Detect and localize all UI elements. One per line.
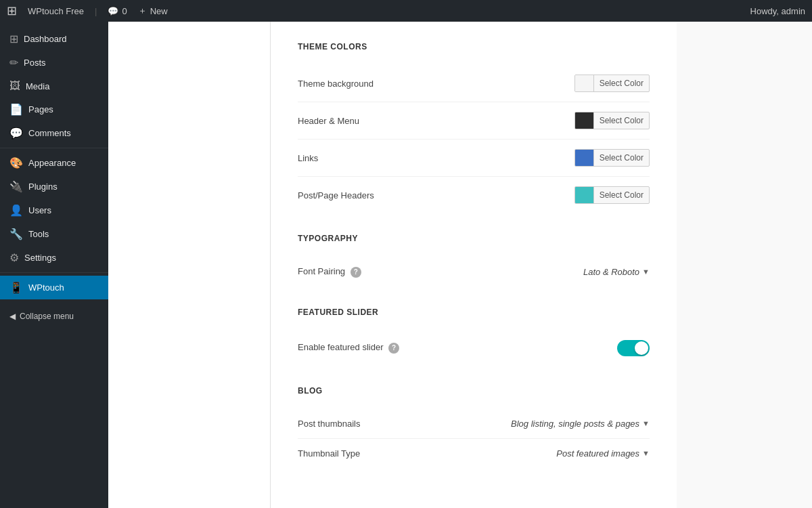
section-blog: BLOG Post thumbnails Blog listing, singl… bbox=[298, 386, 650, 468]
pages-icon: 📄 bbox=[9, 103, 23, 116]
sidebar-label-pages: Pages bbox=[28, 104, 53, 114]
sidebar-item-users[interactable]: 👤 Users bbox=[0, 198, 108, 222]
sidebar-item-wptouch[interactable]: 📱 WPtouch bbox=[0, 276, 108, 299]
row-post-thumbnails: Post thumbnails Blog listing, single pos… bbox=[298, 409, 650, 439]
label-post-thumbnails: Post thumbnails bbox=[298, 419, 361, 429]
color-btn-links[interactable]: Select Color bbox=[574, 149, 650, 167]
appearance-icon: 🎨 bbox=[9, 156, 23, 169]
main-layout: ⊞ Dashboard ✏ Posts 🖼 Media 📄 Pages 💬 Co… bbox=[0, 22, 812, 508]
label-links: Links bbox=[298, 153, 318, 163]
section-theme-colors: THEME COLORS Theme background Select Col… bbox=[298, 42, 650, 213]
post-thumbnails-value: Blog listing, single posts & pages bbox=[511, 419, 639, 429]
sidebar-item-plugins[interactable]: 🔌 Plugins bbox=[0, 175, 108, 198]
sidebar-label-plugins: Plugins bbox=[28, 182, 58, 192]
control-enable-slider bbox=[617, 340, 650, 356]
sidebar-item-tools[interactable]: 🔧 Tools bbox=[0, 222, 108, 246]
sidebar-item-dashboard[interactable]: ⊞ Dashboard bbox=[0, 27, 108, 51]
posts-icon: ✏ bbox=[9, 56, 18, 69]
sidebar-label-settings: Settings bbox=[24, 253, 56, 263]
howdy-text: Howdy, admin bbox=[750, 6, 805, 16]
collapse-menu-button[interactable]: ◀ Collapse menu bbox=[0, 306, 108, 326]
row-enable-slider: Enable featured slider ? bbox=[298, 331, 650, 366]
blog-title: BLOG bbox=[298, 386, 650, 396]
settings-content: THEME COLORS Theme background Select Col… bbox=[271, 22, 677, 508]
label-enable-slider: Enable featured slider ? bbox=[298, 342, 399, 354]
sidebar-label-comments: Comments bbox=[28, 128, 71, 138]
sidebar-item-settings[interactable]: ⚙ Settings bbox=[0, 246, 108, 270]
toggle-knob bbox=[635, 341, 648, 355]
color-btn-theme-bg[interactable]: Select Color bbox=[574, 75, 650, 92]
sidebar-divider-1 bbox=[0, 148, 108, 148]
color-btn-header-menu[interactable]: Select Color bbox=[574, 112, 650, 129]
font-pairing-help-icon[interactable]: ? bbox=[351, 267, 361, 278]
row-post-headers: Post/Page Headers Select Color bbox=[298, 177, 650, 213]
plus-icon: ＋ bbox=[138, 5, 147, 17]
tools-icon: 🔧 bbox=[9, 228, 23, 240]
collapse-icon: ◀ bbox=[9, 312, 16, 321]
sidebar-item-posts[interactable]: ✏ Posts bbox=[0, 51, 108, 75]
select-color-post-headers: Select Color bbox=[594, 189, 649, 201]
control-theme-bg: Select Color bbox=[574, 75, 650, 92]
dashboard-icon: ⊞ bbox=[9, 33, 18, 45]
sidebar-divider-2 bbox=[0, 272, 108, 273]
thumbnail-type-value: Post featured images bbox=[556, 448, 639, 459]
row-header-menu: Header & Menu Select Color bbox=[298, 102, 650, 140]
wp-logo: ⊞ bbox=[7, 3, 17, 18]
control-post-headers: Select Color bbox=[574, 186, 650, 204]
featured-slider-title: FEATURED SLIDER bbox=[298, 308, 650, 317]
typography-title: TYPOGRAPHY bbox=[298, 234, 650, 243]
sidebar-label-posts: Posts bbox=[24, 58, 46, 68]
comments-bar-item[interactable]: 💬 0 bbox=[108, 6, 127, 16]
site-name-label: WPtouch Free bbox=[28, 6, 84, 16]
sidebar: ⊞ Dashboard ✏ Posts 🖼 Media 📄 Pages 💬 Co… bbox=[0, 22, 108, 508]
select-color-theme-bg: Select Color bbox=[594, 77, 649, 89]
admin-bar: ⊞ WPtouch Free | 💬 0 ＋ New Howdy, admin bbox=[0, 0, 812, 22]
font-pairing-arrow: ▼ bbox=[642, 268, 650, 276]
label-thumbnail-type: Thumbnail Type bbox=[298, 448, 360, 459]
sub-nav-panel bbox=[108, 22, 271, 508]
control-post-thumbnails[interactable]: Blog listing, single posts & pages ▼ bbox=[511, 419, 650, 429]
label-theme-bg: Theme background bbox=[298, 79, 374, 89]
sidebar-label-media: Media bbox=[26, 81, 49, 91]
swatch-links bbox=[575, 150, 594, 166]
sidebar-item-pages[interactable]: 📄 Pages bbox=[0, 98, 108, 121]
row-links: Links Select Color bbox=[298, 140, 650, 177]
color-btn-post-headers[interactable]: Select Color bbox=[574, 186, 650, 204]
sidebar-label-dashboard: Dashboard bbox=[24, 34, 67, 44]
wptouch-icon: 📱 bbox=[9, 281, 23, 294]
thumbnail-type-arrow: ▼ bbox=[642, 449, 650, 457]
plugins-icon: 🔌 bbox=[9, 180, 23, 193]
sep1: | bbox=[95, 6, 97, 16]
comment-count: 0 bbox=[122, 6, 127, 16]
settings-icon: ⚙ bbox=[9, 251, 19, 264]
slider-help-icon[interactable]: ? bbox=[388, 343, 399, 354]
post-thumbnails-arrow: ▼ bbox=[642, 419, 650, 427]
row-theme-bg: Theme background Select Color bbox=[298, 65, 650, 102]
theme-colors-title: THEME COLORS bbox=[298, 42, 650, 51]
enable-slider-toggle[interactable] bbox=[617, 340, 650, 356]
control-links: Select Color bbox=[574, 149, 650, 167]
section-typography: TYPOGRAPHY Font Pairing ? Lato & Roboto … bbox=[298, 234, 650, 287]
font-pairing-value: Lato & Roboto bbox=[583, 267, 639, 277]
main-panel: THEME COLORS Theme background Select Col… bbox=[271, 22, 812, 508]
label-post-headers: Post/Page Headers bbox=[298, 190, 374, 200]
new-bar-item[interactable]: ＋ New bbox=[138, 5, 168, 17]
sidebar-item-appearance[interactable]: 🎨 Appearance bbox=[0, 151, 108, 175]
swatch-theme-bg bbox=[575, 75, 594, 91]
sidebar-label-tools: Tools bbox=[28, 229, 49, 239]
sidebar-label-users: Users bbox=[28, 205, 51, 215]
collapse-label: Collapse menu bbox=[20, 312, 74, 321]
control-thumbnail-type[interactable]: Post featured images ▼ bbox=[556, 448, 650, 459]
select-color-links: Select Color bbox=[594, 152, 649, 164]
sidebar-item-comments[interactable]: 💬 Comments bbox=[0, 121, 108, 145]
sidebar-item-media[interactable]: 🖼 Media bbox=[0, 75, 108, 98]
comment-bar-icon: 💬 bbox=[108, 6, 118, 16]
users-icon: 👤 bbox=[9, 204, 23, 217]
select-color-header-menu: Select Color bbox=[594, 114, 649, 127]
comments-icon: 💬 bbox=[9, 127, 23, 140]
control-font-pairing[interactable]: Lato & Roboto ▼ bbox=[583, 267, 650, 277]
label-header-menu: Header & Menu bbox=[298, 116, 359, 126]
row-font-pairing: Font Pairing ? Lato & Roboto ▼ bbox=[298, 257, 650, 287]
swatch-header-menu bbox=[575, 112, 594, 129]
site-name[interactable]: WPtouch Free bbox=[28, 6, 84, 16]
